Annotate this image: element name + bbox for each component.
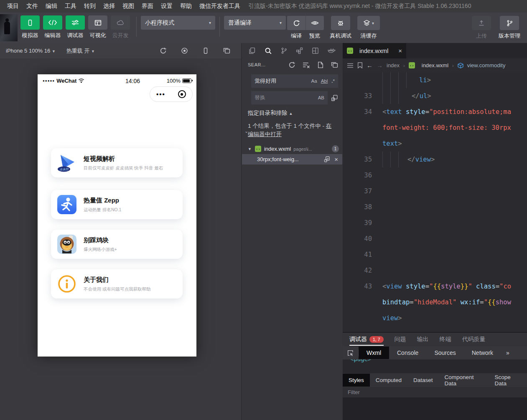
windows-icon[interactable]: [223, 47, 230, 54]
menubar-item[interactable]: 项目: [3, 3, 23, 9]
search-icon[interactable]: [265, 47, 272, 55]
clear-cache-button[interactable]: ▾: [357, 16, 380, 30]
menubar-item[interactable]: 微信开发者工具: [196, 3, 244, 9]
page-tag-node[interactable]: <page>: [350, 359, 372, 362]
menubar-item[interactable]: 选择: [99, 3, 119, 9]
code-line[interactable]: view>: [343, 310, 527, 326]
list-icon[interactable]: [347, 63, 354, 68]
code-line[interactable]: 35</view>: [343, 152, 527, 167]
style-tab-scope-data[interactable]: Scope Data: [489, 371, 527, 390]
more-tabs-icon[interactable]: »: [506, 349, 509, 356]
refresh-icon[interactable]: [288, 61, 295, 68]
code-line[interactable]: 38: [343, 199, 527, 215]
code-line[interactable]: font-weight: 600;font-size: 30rpx: [343, 120, 527, 136]
version-control-button[interactable]: [500, 16, 519, 30]
feature-card-video[interactable]: 去水印短视频解析目前仅可皮皮虾 皮皮搞笑 快手 抖音 最右: [51, 148, 183, 177]
breadcrumb-index[interactable]: index: [387, 62, 400, 68]
nav-code-button[interactable]: 编辑器: [42, 15, 64, 39]
structure-icon[interactable]: [312, 47, 319, 54]
调试器-button[interactable]: [66, 15, 85, 30]
bookmark-icon[interactable]: [357, 62, 363, 68]
code-line[interactable]: 41: [343, 247, 527, 263]
devtools-tab-console[interactable]: Console: [389, 347, 426, 359]
refresh-icon[interactable]: [160, 47, 167, 54]
preserve-case-icon[interactable]: AB: [318, 95, 324, 100]
hot-reload-toggle[interactable]: 热重载 开 ▼: [66, 47, 95, 55]
nav-phone-button[interactable]: 模拟器: [19, 15, 41, 39]
menubar-item[interactable]: 转到: [80, 3, 99, 9]
nav-layout-button[interactable]: 可视化: [87, 15, 109, 39]
menubar-item[interactable]: 界面: [138, 3, 157, 9]
code-editor[interactable]: li>33</ul>34<text style="position:absolu…: [343, 72, 527, 326]
chevron-down-icon[interactable]: ▼: [248, 147, 252, 151]
devtools-tab-wxml[interactable]: Wxml: [359, 347, 389, 359]
mode-select[interactable]: 小程序模式 ▾: [141, 16, 215, 30]
code-line[interactable]: 36: [343, 167, 527, 183]
device-debug-button[interactable]: [331, 16, 350, 30]
tab-index-wxml[interactable]: ‹› index.wxml ×: [343, 43, 406, 58]
more-dots-icon[interactable]: •••: [156, 91, 165, 98]
new-search-icon[interactable]: [317, 61, 324, 68]
match-case-icon[interactable]: Aa: [311, 78, 317, 83]
wxml-tree-view[interactable]: <page>: [343, 359, 527, 373]
compile-button[interactable]: [287, 16, 306, 30]
style-tab-computed[interactable]: Computed: [370, 374, 407, 387]
extensions-icon[interactable]: [296, 47, 303, 54]
dismiss-match-icon[interactable]: ×: [334, 156, 338, 163]
preview-button[interactable]: [306, 16, 324, 30]
replace-match-icon[interactable]: ab: [324, 156, 330, 162]
menubar-item[interactable]: 设置: [157, 3, 176, 9]
breadcrumb-node[interactable]: view.commodity: [467, 62, 506, 68]
result-file-row[interactable]: ▼ ‹› index.wxml pages\i... 1: [242, 144, 342, 154]
git-branch-icon[interactable]: [281, 47, 287, 54]
result-match-row[interactable]: 30rpx;font-weig... ab ×: [242, 154, 342, 164]
code-line[interactable]: text>: [343, 136, 527, 152]
search-input[interactable]: 觉得好用 Aa Abl .*: [251, 74, 338, 88]
phone-icon[interactable]: [202, 47, 209, 54]
clear-all-icon[interactable]: [303, 61, 310, 68]
files-icon[interactable]: [249, 47, 256, 54]
debugger-tab-代码质量[interactable]: 代码质量: [462, 336, 486, 343]
feature-card-runner[interactable]: 热量值 Zepp运动热量 排名NO.1: [51, 190, 183, 219]
devtools-tab-network[interactable]: Network: [464, 347, 501, 359]
whole-word-icon[interactable]: Abl: [321, 78, 328, 83]
code-line[interactable]: 39: [343, 215, 527, 231]
nav-cloud-button[interactable]: 云开发: [109, 15, 131, 39]
feature-card-game[interactable]: 别踩鸡块爆火网络小游戏+: [51, 230, 183, 259]
style-tab-component-data[interactable]: Component Data: [439, 371, 489, 390]
inspect-element-icon[interactable]: [343, 349, 359, 357]
style-tab-styles[interactable]: Styles: [343, 374, 370, 387]
nav-forward-icon[interactable]: →: [377, 62, 383, 69]
record-stop-icon[interactable]: [181, 47, 188, 54]
menubar-item[interactable]: 帮助: [176, 3, 196, 9]
avatar[interactable]: [0, 14, 18, 41]
open-editors-icon[interactable]: [331, 61, 338, 68]
upload-button[interactable]: [472, 16, 491, 30]
code-line[interactable]: li>: [343, 72, 527, 88]
device-select[interactable]: iPhone 5 100% 16 ▼: [6, 48, 56, 54]
breadcrumb-file[interactable]: index.wxml: [422, 62, 448, 68]
code-line[interactable]: 40: [343, 231, 527, 247]
编辑器-button[interactable]: [43, 15, 62, 30]
nav-sliders-button[interactable]: 调试器: [64, 15, 86, 39]
replace-input[interactable]: 替换 AB: [251, 91, 328, 104]
home-circle-icon[interactable]: [178, 90, 186, 98]
code-line[interactable]: 34<text style="position:absolute;ma: [343, 104, 527, 120]
compile-mode-select[interactable]: 普通编译 ▾: [224, 16, 286, 30]
menubar-item[interactable]: 编辑: [42, 3, 61, 9]
replace-all-icon[interactable]: ab: [331, 94, 338, 101]
debugger-tab-问题[interactable]: 问题: [395, 336, 406, 343]
debugger-tab-终端[interactable]: 终端: [440, 336, 451, 343]
模拟器-button[interactable]: [20, 15, 40, 30]
code-line[interactable]: 33</ul>: [343, 88, 527, 104]
toggle-replace-chevron[interactable]: ⌄: [244, 129, 248, 134]
menubar-item[interactable]: 视图: [119, 3, 138, 9]
close-tab-icon[interactable]: ×: [398, 47, 402, 54]
云开发-button[interactable]: [111, 15, 130, 30]
code-line[interactable]: 43<view style="{{style}}" class="co: [343, 278, 527, 294]
debugger-tab-调试器[interactable]: 调试器1, 7: [349, 336, 384, 346]
feature-card-info[interactable]: 关于我们不会使用 或有问题可点我获取帮助: [51, 269, 183, 299]
menubar-item[interactable]: 文件: [23, 3, 42, 9]
nav-back-icon[interactable]: ←: [367, 62, 373, 69]
dir-exclude-toggle[interactable]: 指定目录和排除▲: [248, 109, 342, 117]
